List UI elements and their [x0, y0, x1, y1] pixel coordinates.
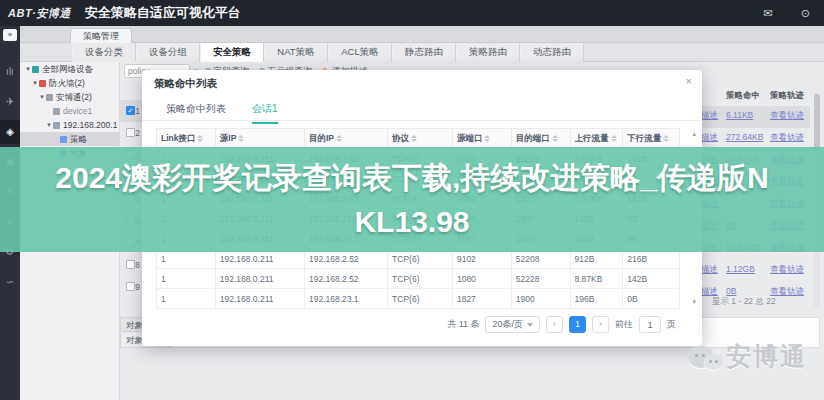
tree-item-3[interactable]: ▾安博通(2): [20, 90, 119, 104]
message-bubble-icon[interactable]: ✉: [764, 7, 773, 20]
tab-安全策略[interactable]: 安全策略: [200, 43, 264, 62]
sort-carets-icon[interactable]: [484, 135, 490, 142]
sort-carets-icon[interactable]: [336, 135, 342, 142]
session-cell: 192.168.2.52: [304, 269, 387, 289]
table-scroll-up-icon[interactable]: ▴: [692, 130, 696, 138]
app-title: 安全策略自适应可视化平台: [85, 4, 241, 22]
session-cell: 196B: [570, 289, 623, 309]
session-row[interactable]: 1192.168.0.211192.168.23.1TCP(6)18271900…: [157, 289, 680, 309]
header-label: 目的IP: [309, 133, 334, 143]
header-label: 目的端口: [516, 133, 550, 143]
modal-pagination: 共 11 条 20条/页 ‹ 1 › 前往 页: [447, 316, 676, 333]
row-number: 2: [122, 122, 140, 144]
device-icon: [53, 122, 60, 129]
tree-expand-icon[interactable]: ▾: [45, 118, 53, 132]
session-cell: 8.87KB: [570, 269, 623, 289]
policy-hit-link[interactable]: 272.64KB: [726, 132, 763, 142]
tree-item-label: 全部网络设备: [42, 62, 93, 76]
goto-suffix-label: 页: [667, 318, 676, 331]
firewall-icon: [39, 80, 46, 87]
session-cell: 192.168.0.211: [215, 289, 304, 309]
session-col-header[interactable]: 目的端口: [511, 129, 570, 149]
tab-ACL策略[interactable]: ACL策略: [328, 43, 392, 62]
monitor-chart-icon[interactable]: ılı: [0, 60, 20, 84]
session-cell: 1: [157, 269, 216, 289]
secondary-bar: 策略管理: [20, 26, 824, 43]
view-track-link[interactable]: 查看轨迹: [770, 264, 804, 276]
sort-carets-icon[interactable]: [197, 135, 203, 142]
brand-logo: ABT·安博通: [8, 6, 71, 21]
device-icon: [53, 108, 60, 115]
tab-静态路由[interactable]: 静态路由: [392, 43, 456, 62]
tree-expand-icon[interactable]: ▾: [31, 76, 39, 90]
tab-策略路由[interactable]: 策略路由: [456, 43, 520, 62]
sort-carets-icon[interactable]: [611, 135, 617, 142]
session-cell: 1827: [452, 289, 511, 309]
tree-item-2[interactable]: ▾防火墙(2): [20, 76, 119, 90]
chevron-down-icon: [527, 323, 533, 327]
session-cell: 1: [157, 289, 216, 309]
tree-item-1[interactable]: ▾全部网络设备: [20, 62, 119, 76]
sort-carets-icon[interactable]: [411, 135, 417, 142]
goto-label: 前往: [615, 318, 633, 331]
col-header-track: 策略轨迹: [770, 90, 804, 102]
watermark-text: 安博通: [726, 340, 807, 373]
session-col-header[interactable]: 协议: [388, 129, 453, 149]
goto-page-input[interactable]: [639, 316, 661, 333]
tab-设备分组[interactable]: 设备分组: [136, 43, 200, 62]
tree-item-6[interactable]: 策略: [20, 132, 119, 146]
sort-carets-icon[interactable]: [663, 135, 669, 142]
policy-hit-link[interactable]: 1.12GB: [726, 264, 755, 274]
brand-watermark: 安博通: [688, 340, 807, 373]
session-row[interactable]: 1192.168.0.211192.168.2.52TCP(6)10805222…: [157, 269, 680, 289]
session-col-header[interactable]: 源IP: [215, 129, 304, 149]
expand-sidebar-button[interactable]: »: [3, 29, 17, 41]
header-label: 下行流量: [627, 133, 661, 143]
page-1-button[interactable]: 1: [569, 316, 586, 333]
session-cell: 1080: [452, 269, 511, 289]
chat-bubbles-logo-icon: [688, 346, 714, 368]
session-col-header[interactable]: 源端口: [452, 129, 511, 149]
policy-hit-link[interactable]: 0B: [726, 286, 736, 296]
sort-carets-icon[interactable]: [238, 135, 244, 142]
report-chart-icon[interactable]: ∽: [0, 270, 20, 294]
view-track-link[interactable]: 查看轨迹: [770, 132, 804, 144]
view-track-link[interactable]: 查看轨迹: [770, 110, 804, 122]
scrollbar-thumb[interactable]: [814, 94, 820, 152]
policy-hit-link[interactable]: 6.11KB: [726, 110, 753, 120]
row-number: 8: [122, 254, 140, 276]
power-icon[interactable]: ⊙: [801, 7, 810, 20]
top-bar: ABT·安博通 安全策略自适应可视化平台 ✉ ⊙: [0, 0, 824, 26]
policy-tag-icon[interactable]: ◈: [0, 120, 20, 144]
session-col-header[interactable]: 上行流量: [570, 129, 623, 149]
header-label: 上行流量: [575, 133, 609, 143]
prev-page-button[interactable]: ‹: [546, 316, 563, 333]
banner-line2: KL13.98: [354, 200, 469, 244]
tree-expand-icon[interactable]: ▾: [24, 62, 32, 76]
tree-item-4[interactable]: device1: [20, 104, 119, 118]
tab-NAT策略[interactable]: NAT策略: [264, 43, 328, 62]
session-col-header[interactable]: 目的IP: [304, 129, 387, 149]
sort-carets-icon[interactable]: [552, 135, 558, 142]
session-cell: 142B: [623, 269, 680, 289]
page-tab-policy-management[interactable]: 策略管理: [70, 28, 132, 43]
tab-设备分类[interactable]: 设备分类: [72, 43, 136, 62]
tree-item-label: device1: [63, 104, 92, 118]
tree-item-5[interactable]: ▾192.168.200.1: [20, 118, 119, 132]
table-scroll-down-icon[interactable]: ▾: [692, 298, 696, 306]
next-page-button[interactable]: ›: [592, 316, 609, 333]
modal-close-icon[interactable]: ×: [686, 75, 692, 87]
device-icon: [46, 94, 53, 101]
network-icon: [32, 66, 39, 73]
tab-动态路由[interactable]: 动态路由: [520, 43, 584, 62]
tree-item-label: 安博通(2): [56, 90, 92, 104]
per-page-select[interactable]: 20条/页: [485, 316, 540, 333]
session-col-header[interactable]: 下行流量: [623, 129, 680, 149]
session-col-header[interactable]: Link接口: [157, 129, 216, 149]
header-label: 源IP: [220, 133, 237, 143]
row-number: 1: [122, 100, 140, 122]
pin-icon[interactable]: ✈: [0, 90, 20, 114]
tree-expand-icon[interactable]: ▾: [38, 90, 46, 104]
doc-icon: [60, 136, 67, 143]
row-number: 9: [122, 276, 140, 298]
